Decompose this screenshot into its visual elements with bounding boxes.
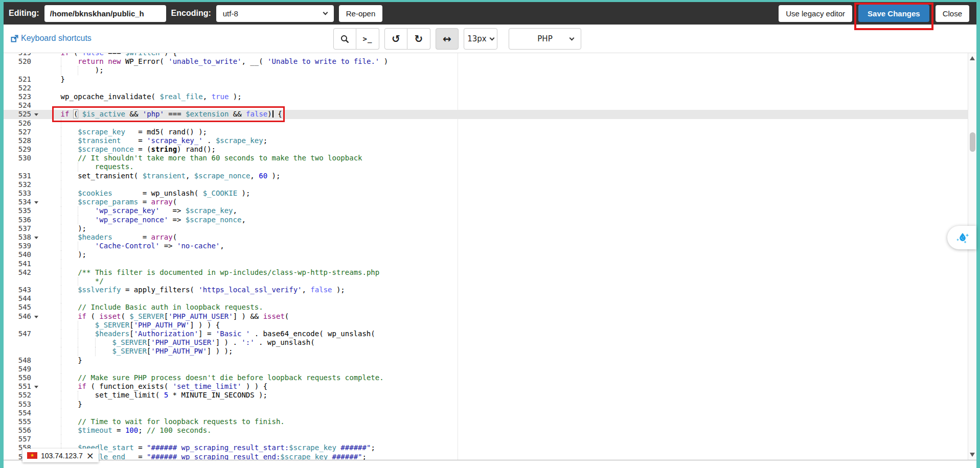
gutter-line-number[interactable] (4, 162, 39, 171)
gutter-line-number[interactable] (4, 277, 39, 286)
code-line[interactable]: // Time to wait for loopback requests to… (39, 417, 968, 426)
code-line[interactable]: ); (39, 250, 968, 259)
code-row[interactable]: 548} (4, 356, 968, 365)
gutter-line-number[interactable]: 535 (4, 206, 39, 215)
code-row[interactable]: 526 (4, 119, 968, 128)
gutter-line-number[interactable]: 544 (4, 294, 39, 303)
code-row[interactable]: 544 (4, 294, 968, 303)
code-row[interactable]: 540); (4, 250, 968, 259)
scrollbar-thumb[interactable] (970, 132, 975, 152)
code-row[interactable]: 532 (4, 180, 968, 189)
gutter-line-number[interactable]: 521 (4, 75, 39, 84)
encoding-select[interactable]: utf-8 (216, 5, 334, 22)
gutter-line-number[interactable]: 531 (4, 172, 39, 180)
code-row[interactable]: 529$scrape_nonce = (string) rand(); (4, 145, 968, 154)
code-line[interactable]: // Include Basic auth in loopback reques… (39, 303, 968, 312)
code-row[interactable]: 549 (4, 365, 968, 373)
code-row[interactable]: 521} (4, 75, 968, 84)
code-line[interactable]: return new WP_Error( 'unable_to_write', … (39, 57, 968, 66)
code-line[interactable]: 'wp_scrape_key' => $scrape_key, (39, 206, 968, 215)
code-row[interactable]: 546if ( isset( $_SERVER['PHP_AUTH_USER']… (4, 312, 968, 321)
code-row[interactable]: 535'wp_scrape_key' => $scrape_key, (4, 206, 968, 215)
code-row[interactable]: 536'wp_scrape_nonce' => $scrape_nonce, (4, 216, 968, 224)
gutter-line-number[interactable] (4, 321, 39, 330)
reopen-button[interactable]: Re-open (339, 5, 383, 22)
gutter-line-number[interactable]: 557 (4, 435, 39, 443)
code-line[interactable]: $sslverify = apply_filters( 'https_local… (39, 286, 968, 294)
code-row[interactable]: 525if ( $is_active && 'php' === $extensi… (4, 110, 968, 119)
code-line[interactable]: ); (39, 66, 968, 75)
code-row[interactable]: 533$cookies = wp_unslash( $_COOKIE ); (4, 189, 968, 198)
code-line[interactable]: $needle_end = "###### wp_scraping_result… (39, 453, 968, 460)
code-line[interactable] (39, 260, 968, 268)
code-row[interactable]: 519if ( false === $written ) { (4, 53, 968, 57)
gutter-line-number[interactable]: 538 (4, 233, 39, 242)
code-line[interactable]: wp_opcache_invalidate( $real_file, true … (39, 92, 968, 101)
code-row[interactable]: 530// It shouldn't take more than 60 sec… (4, 154, 968, 162)
code-line[interactable]: */ (39, 277, 968, 286)
code-row[interactable]: 550// Make sure PHP process doesn't die … (4, 373, 968, 382)
code-line[interactable]: if ( function_exists( 'set_time_limit' )… (39, 382, 968, 391)
code-row[interactable]: 559$needle_end = "###### wp_scraping_res… (4, 453, 968, 460)
gutter-line-number[interactable]: 550 (4, 373, 39, 382)
gutter-line-number[interactable]: 548 (4, 356, 39, 365)
gutter-line-number[interactable]: 536 (4, 216, 39, 224)
gutter-line-number[interactable]: 546 (4, 312, 39, 321)
code-row[interactable]: $_SERVER['PHP_AUTH_PW'] ) ); (4, 347, 968, 356)
use-legacy-editor-button[interactable]: Use legacy editor (779, 5, 852, 22)
code-row[interactable]: 558$needle_start = "###### wp_scraping_r… (4, 443, 968, 452)
code-line[interactable]: } (39, 75, 968, 84)
code-line[interactable]: $transient = 'scrape_key_' . $scrape_key… (39, 136, 968, 145)
gutter-line-number[interactable]: 543 (4, 286, 39, 294)
code-line[interactable]: $_SERVER['PHP_AUTH_PW'] ) ) { (39, 321, 968, 330)
code-line[interactable] (39, 294, 968, 303)
code-row[interactable]: 538$headers = array( (4, 233, 968, 242)
gutter-line-number[interactable]: 549 (4, 365, 39, 373)
code-line[interactable]: $scrape_nonce = (string) rand(); (39, 145, 968, 154)
gutter-line-number[interactable] (4, 338, 39, 347)
gutter-line-number[interactable]: 534 (4, 198, 39, 206)
code-row[interactable]: 551if ( function_exists( 'set_time_limit… (4, 382, 968, 391)
code-row[interactable]: ); (4, 66, 968, 75)
word-wrap-button[interactable]: ↔ (436, 28, 459, 50)
code-line[interactable]: requests. (39, 162, 968, 171)
font-size-select[interactable]: 13px (464, 28, 497, 50)
code-row[interactable]: 554 (4, 409, 968, 417)
syntax-mode-select[interactable]: PHP (509, 28, 581, 50)
gutter-line-number[interactable]: 555 (4, 417, 39, 426)
code-line[interactable] (39, 101, 968, 110)
code-line[interactable]: $headers['Authorization'] = 'Basic ' . b… (39, 330, 968, 338)
gutter-line-number[interactable]: 520 (4, 57, 39, 66)
code-row[interactable]: 539'Cache-Control' => 'no-cache', (4, 242, 968, 250)
gutter-line-number[interactable]: 524 (4, 101, 39, 110)
code-row[interactable]: 522 (4, 84, 968, 92)
code-row[interactable]: 545// Include Basic auth in loopback req… (4, 303, 968, 312)
code-line[interactable]: 'wp_scrape_nonce' => $scrape_nonce, (39, 216, 968, 224)
code-line[interactable]: set_transient( $transient, $scrape_nonce… (39, 172, 968, 180)
gutter-line-number[interactable] (4, 66, 39, 75)
code-line[interactable]: // Make sure PHP process doesn't die bef… (39, 373, 968, 382)
scroll-down-icon[interactable] (970, 453, 975, 457)
code-row[interactable]: 557 (4, 435, 968, 443)
fold-arrow-icon[interactable] (34, 113, 38, 116)
gutter-line-number[interactable]: 519 (4, 53, 39, 57)
code-line[interactable]: } (39, 356, 968, 365)
gutter-line-number[interactable] (4, 347, 39, 356)
code-row[interactable]: 531set_transient( $transient, $scrape_no… (4, 172, 968, 180)
code-row[interactable]: 537); (4, 224, 968, 233)
code-row[interactable]: 547$headers['Authorization'] = 'Basic ' … (4, 330, 968, 338)
gutter-line-number[interactable]: 532 (4, 180, 39, 189)
close-icon[interactable]: × (86, 452, 94, 459)
code-editor[interactable]: 519if ( false === $written ) {520return … (4, 53, 976, 460)
search-button[interactable] (333, 28, 356, 50)
code-line[interactable]: // It shouldn't take more than 60 second… (39, 154, 968, 162)
code-line[interactable]: $scrape_params = array( (39, 198, 968, 206)
fold-arrow-icon[interactable] (34, 237, 38, 239)
fold-arrow-icon[interactable] (34, 201, 38, 204)
gutter-line-number[interactable]: 539 (4, 242, 39, 250)
code-line[interactable] (39, 409, 968, 417)
terminal-button[interactable]: >_ (356, 28, 379, 50)
code-line[interactable]: if ( false === $written ) { (39, 53, 968, 57)
gutter-line-number[interactable]: 526 (4, 119, 39, 128)
code-row[interactable]: 543$sslverify = apply_filters( 'https_lo… (4, 286, 968, 294)
